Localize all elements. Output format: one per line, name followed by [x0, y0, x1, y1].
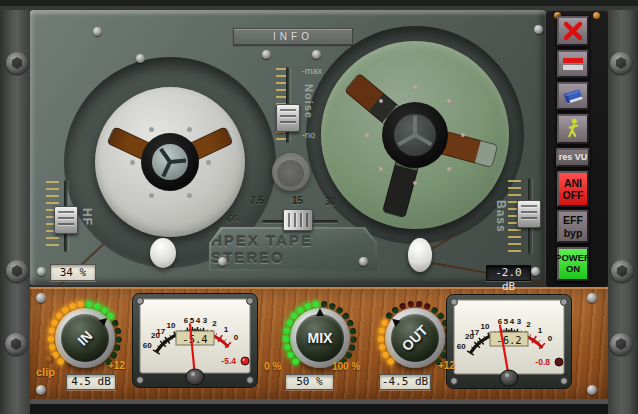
peak-led: [555, 358, 563, 366]
knob-led: [313, 301, 319, 307]
panel-screw-icon: [136, 54, 145, 63]
noise-max-label: -max: [302, 66, 322, 76]
panel-screw-icon: [531, 267, 540, 276]
ips-option-15[interactable]: 15: [292, 195, 303, 206]
in-knob-label: IN: [74, 327, 95, 348]
badge-screw-icon: [359, 257, 368, 266]
power-line1: POWER: [555, 252, 591, 263]
svg-text:1: 1: [224, 325, 229, 334]
hf-value-display: 34 %: [50, 264, 96, 281]
panel-screw-icon: [37, 267, 46, 276]
vu-lcd-value: -5.4: [182, 333, 207, 345]
peak-led: [241, 357, 249, 365]
out-knob-label: OUT: [399, 322, 431, 354]
panel-screw-icon: [262, 50, 271, 59]
noise-min-label: -no: [302, 130, 315, 140]
svg-text:6: 6: [184, 316, 189, 325]
svg-text:4: 4: [196, 316, 201, 325]
vu-meter-left: 602017106543210 -5.4 -5.4: [132, 293, 258, 388]
svg-text:2: 2: [212, 319, 217, 328]
clip-led: [45, 355, 54, 364]
bottom-edge: [30, 399, 608, 414]
knob-led: [86, 301, 92, 307]
svg-text:60: 60: [143, 341, 152, 350]
top-edge: [0, 0, 638, 10]
badge-screw-icon: [218, 257, 227, 266]
x-icon: [562, 20, 584, 42]
mix-min-label: 0 %: [264, 361, 281, 372]
vu-meter-right: 602017106543210 -6.2 -0.8: [446, 294, 572, 389]
output-gain-display: -4.5 dB: [379, 374, 431, 390]
svg-text:3: 3: [203, 316, 208, 325]
power-on-button[interactable]: POWERON: [557, 247, 589, 281]
rack-screw-icon: [610, 52, 632, 74]
vu-lcd-value: -6.2: [496, 334, 521, 346]
tape-guide-left: [150, 238, 176, 268]
svg-text:17: 17: [470, 328, 479, 337]
bars-icon: [563, 58, 583, 63]
panel-screw-icon: [534, 25, 543, 34]
wood-screw-icon: [587, 385, 597, 395]
ips-option-7-5[interactable]: 7.5: [250, 195, 264, 206]
ips-label: ips: [226, 212, 239, 223]
knob-led: [416, 301, 422, 307]
power-line2: ON: [566, 263, 580, 274]
close-button[interactable]: [557, 16, 589, 46]
svg-text:3: 3: [517, 317, 522, 326]
wood-screw-icon: [36, 385, 46, 395]
bass-value-display: -2.0 dB: [486, 265, 531, 281]
out-max-label: +12: [438, 360, 455, 371]
mix-knob-label: MIX: [308, 330, 333, 346]
reset-vu-label: res VU: [559, 152, 588, 162]
rack-screw-icon: [6, 260, 28, 282]
vu-meter-graphic: 602017106543210 -5.4 -5.4: [132, 293, 258, 388]
eff-line2: byp: [564, 227, 583, 239]
rack-screw-icon: [5, 333, 27, 355]
ips-slider-handle[interactable]: [283, 209, 313, 231]
svg-text:60: 60: [457, 342, 466, 351]
svg-text:5: 5: [504, 317, 509, 326]
peak-value: -0.8: [535, 357, 550, 367]
svg-text:10: 10: [166, 321, 175, 330]
book-icon: [561, 85, 585, 107]
rack-screw-icon: [610, 333, 632, 355]
reset-vu-button[interactable]: res VU: [556, 148, 590, 167]
effect-bypass-button[interactable]: EFFbyp: [557, 210, 589, 243]
vu-meter-graphic: 602017106543210 -6.2 -0.8: [446, 294, 572, 389]
in-max-label: +12: [108, 360, 125, 371]
mix-max-label: 100 %: [332, 361, 360, 372]
pinch-roller: [272, 153, 310, 191]
svg-text:10: 10: [480, 322, 489, 331]
hf-label: HF: [80, 208, 94, 226]
svg-text:17: 17: [156, 327, 165, 336]
reel-hub-center: [394, 114, 436, 156]
clip-label: clip: [36, 366, 55, 378]
person-icon: [562, 117, 584, 141]
input-gain-display: 4.5 dB: [66, 374, 116, 390]
noise-slider-handle[interactable]: [276, 104, 300, 132]
svg-text:4: 4: [510, 317, 515, 326]
rack-screw-icon: [611, 260, 633, 282]
wood-screw-icon: [587, 293, 597, 303]
sidebar: res VU ANIOFF EFFbyp POWERON: [546, 10, 608, 287]
wood-screw-icon: [36, 293, 46, 303]
knob-pointer: [316, 308, 324, 316]
info-button[interactable]: INFO: [233, 28, 353, 45]
bass-slider-handle[interactable]: [517, 200, 541, 228]
svg-text:0: 0: [234, 333, 239, 342]
mix-display: 50 %: [285, 374, 334, 390]
ani-line1: ANI: [564, 177, 582, 189]
manual-button[interactable]: [557, 82, 589, 110]
bass-label: Bass: [494, 200, 508, 233]
svg-text:0: 0: [548, 334, 553, 343]
credits-button[interactable]: [557, 114, 589, 144]
minimize-button[interactable]: [557, 50, 589, 78]
animation-off-button[interactable]: ANIOFF: [557, 171, 589, 207]
knob-led: [321, 301, 327, 307]
badge-label: HPEX TAPE STEREO: [211, 232, 375, 266]
plugin-window: INFO -max Noise -n: [0, 0, 638, 414]
knob-led: [408, 301, 414, 307]
ips-option-30[interactable]: 30: [325, 196, 336, 207]
svg-text:2: 2: [526, 320, 531, 329]
hf-slider-handle[interactable]: [54, 206, 78, 234]
